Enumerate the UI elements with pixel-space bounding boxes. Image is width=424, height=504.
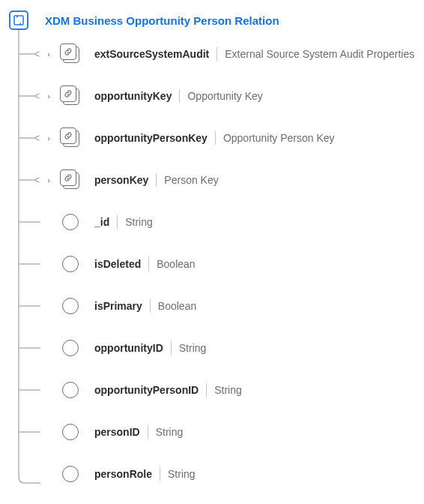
field-name: opportunityKey: [94, 90, 172, 102]
field-row[interactable]: personRoleString: [43, 453, 424, 495]
field-type: Boolean: [158, 300, 196, 312]
divider: [160, 467, 160, 481]
divider: [117, 215, 118, 229]
field-type: Boolean: [157, 258, 195, 270]
field-name: personKey: [94, 174, 148, 186]
field-name: opportunityPersonKey: [94, 132, 208, 144]
field-type: External Source System Audit Properties: [225, 48, 414, 60]
object-field-icon: [57, 86, 84, 106]
scalar-field-icon: [57, 466, 84, 482]
field-name: isDeleted: [94, 258, 141, 270]
divider: [179, 89, 180, 103]
field-row[interactable]: ›personKeyPerson Key: [43, 159, 424, 201]
field-type: String: [125, 216, 153, 228]
svg-rect-0: [14, 16, 23, 25]
field-name: personRole: [94, 468, 152, 480]
scalar-field-icon: [57, 214, 84, 230]
field-row[interactable]: opportunityPersonIDString: [43, 369, 424, 411]
divider: [216, 47, 217, 61]
field-type: String: [179, 342, 207, 354]
field-type: String: [156, 426, 184, 438]
field-row[interactable]: personIDString: [43, 411, 424, 453]
object-field-icon: [57, 128, 84, 148]
object-field-icon: [57, 170, 84, 190]
expand-chevron-icon[interactable]: ›: [43, 92, 54, 100]
schema-fields: ›extSourceSystemAuditExternal Source Sys…: [21, 33, 424, 495]
divider: [148, 425, 148, 439]
divider: [156, 173, 157, 187]
field-type: Opportunity Key: [187, 90, 262, 102]
expand-chevron-icon[interactable]: ›: [43, 134, 54, 142]
scalar-field-icon: [57, 340, 84, 356]
divider: [171, 341, 172, 355]
field-row[interactable]: ›extSourceSystemAuditExternal Source Sys…: [43, 33, 424, 75]
field-name: opportunityPersonID: [94, 384, 199, 396]
schema-icon: [9, 10, 28, 30]
svg-marker-2: [19, 22, 21, 25]
field-row[interactable]: opportunityIDString: [43, 327, 424, 369]
field-name: extSourceSystemAudit: [94, 48, 209, 60]
field-name: _id: [94, 216, 109, 228]
field-row[interactable]: _idString: [43, 201, 424, 243]
field-type: Opportunity Person Key: [223, 132, 335, 144]
object-field-icon: [57, 44, 84, 64]
scalar-field-icon: [57, 256, 84, 272]
scalar-field-icon: [57, 424, 84, 440]
divider: [150, 299, 151, 313]
field-type: Person Key: [164, 174, 218, 186]
field-name: isPrimary: [94, 300, 142, 312]
divider: [148, 257, 149, 271]
scalar-field-icon: [57, 382, 84, 398]
svg-marker-1: [16, 16, 19, 18]
scalar-field-icon: [57, 298, 84, 314]
schema-root[interactable]: XDM Business Opportunity Person Relation: [0, 0, 424, 30]
field-name: opportunityID: [94, 342, 163, 354]
divider: [215, 131, 216, 145]
field-name: personID: [94, 426, 140, 438]
field-type: String: [168, 468, 196, 480]
field-row[interactable]: ›opportunityPersonKeyOpportunity Person …: [43, 117, 424, 159]
field-row[interactable]: ›opportunityKeyOpportunity Key: [43, 75, 424, 117]
expand-chevron-icon[interactable]: ›: [43, 50, 54, 58]
divider: [206, 383, 207, 397]
expand-chevron-icon[interactable]: ›: [43, 176, 54, 184]
field-row[interactable]: isDeletedBoolean: [43, 243, 424, 285]
field-row[interactable]: isPrimaryBoolean: [43, 285, 424, 327]
schema-title: XDM Business Opportunity Person Relation: [45, 14, 279, 27]
field-type: String: [214, 384, 242, 396]
